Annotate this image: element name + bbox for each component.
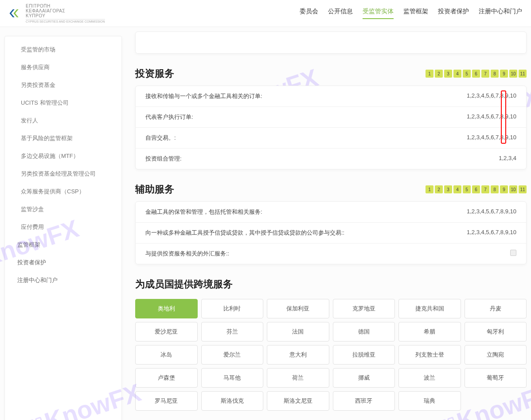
nav-item[interactable]: 委员会 <box>300 8 318 19</box>
sidebar-item[interactable]: 多边交易设施（MTF） <box>5 147 121 165</box>
country-button[interactable]: 挪威 <box>333 368 395 388</box>
country-button[interactable]: 芬兰 <box>201 322 264 341</box>
sidebar-item[interactable]: 众筹服务提供商（CSP） <box>5 183 121 200</box>
country-button[interactable]: 保加利亚 <box>267 299 329 318</box>
service-value: 1,2,3,4,5,6,7,8,9,10 <box>467 134 516 142</box>
page-header: ΕΠΙΤΡΟΠΗ ΚΕΦΑΛΑΙΑΓΟΡΑΣ ΚΥΠΡΟΥ CYPRUS SEC… <box>0 0 531 27</box>
number-badge: 11 <box>519 185 527 193</box>
number-badge: 1 <box>426 70 433 78</box>
highlight-box-column <box>501 90 506 144</box>
invest-services-title: 投资服务 <box>135 67 174 80</box>
country-button[interactable]: 爱尔兰 <box>201 345 264 365</box>
country-button[interactable]: 丹麦 <box>465 299 527 318</box>
number-badge: 10 <box>509 70 517 78</box>
number-badge: 2 <box>435 70 443 78</box>
sidebar: 受监管的市场服务供应商另类投资基金UCITS 和管理公司发行人基于风险的监管框架… <box>4 36 122 420</box>
service-row: 金融工具的保管和管理，包括托管和相关服务:1,2,3,4,5,6,7,8,9,1… <box>136 202 526 223</box>
country-button[interactable]: 卢森堡 <box>135 368 198 388</box>
nav-item[interactable]: 注册中心和门户 <box>479 8 522 19</box>
number-badge: 9 <box>500 185 508 193</box>
service-value: 1,2,3,4,5,6,7,8,9,10 <box>467 208 516 216</box>
number-badge: 7 <box>481 185 489 193</box>
country-button[interactable]: 列支敦士登 <box>398 345 461 365</box>
number-badge: 2 <box>435 185 443 193</box>
country-button[interactable]: 克罗地亚 <box>333 299 395 318</box>
aux-services-title: 辅助服务 <box>135 183 174 196</box>
invest-number-badges: 1234567891011 <box>426 70 527 78</box>
crossborder-title: 为成员国提供跨境服务 <box>135 278 527 291</box>
service-label: 投资组合管理: <box>145 155 499 163</box>
service-value: 1,2,3,4,5,6,7,8,9,10 <box>467 229 516 237</box>
country-button[interactable]: 奥地利 <box>135 299 198 318</box>
country-button[interactable]: 罗马尼亚 <box>135 391 198 411</box>
country-button[interactable]: 爱沙尼亚 <box>135 322 198 341</box>
country-button[interactable]: 瑞典 <box>398 391 461 411</box>
country-button[interactable]: 意大利 <box>267 345 329 365</box>
sidebar-item[interactable]: 发行人 <box>5 112 121 130</box>
country-button[interactable]: 德国 <box>333 322 395 341</box>
service-value: 1,2,3,4,5,6,7,8,9,10 <box>467 92 516 100</box>
logo-text-2: ΚΕΦΑΛΑΙΑΓΟΡΑΣ <box>26 8 105 13</box>
country-button[interactable]: 捷克共和国 <box>398 299 461 318</box>
sidebar-item[interactable]: 受监管的市场 <box>5 41 121 59</box>
country-button[interactable]: 法国 <box>267 322 329 341</box>
sidebar-item[interactable]: 另类投资基金 <box>5 76 121 94</box>
country-button[interactable]: 斯洛文尼亚 <box>267 391 329 411</box>
service-row: 与提供投资服务相关的外汇服务:: <box>136 243 526 264</box>
nav-item[interactable]: 公开信息 <box>328 8 353 19</box>
number-badge: 8 <box>491 185 499 193</box>
service-label: 金融工具的保管和管理，包括托管和相关服务: <box>145 208 467 216</box>
service-value: 1,2,3,4 <box>499 155 516 163</box>
sidebar-item[interactable]: UCITS 和管理公司 <box>5 94 121 112</box>
country-button[interactable]: 希腊 <box>398 322 461 341</box>
checkbox-icon <box>510 250 516 256</box>
main-content: 投资服务 1234567891011 接收和传输与一个或多个金融工具相关的订单:… <box>135 31 527 420</box>
sidebar-item[interactable]: 投资者保护 <box>5 254 121 271</box>
logo-icon <box>9 7 22 20</box>
sidebar-item[interactable]: 基于风险的监管框架 <box>5 130 121 147</box>
sidebar-item[interactable]: 服务供应商 <box>5 59 121 76</box>
country-button[interactable]: 比利时 <box>201 299 264 318</box>
number-badge: 6 <box>472 185 480 193</box>
country-button[interactable]: 冰岛 <box>135 345 198 365</box>
nav-item[interactable]: 投资者保护 <box>438 8 469 19</box>
sidebar-item[interactable]: 监管框架 <box>5 236 121 254</box>
number-badge: 3 <box>444 185 452 193</box>
country-button[interactable]: 波兰 <box>398 368 461 388</box>
invest-services-card: 接收和传输与一个或多个金融工具相关的订单:1,2,3,4,5,6,7,8,9,1… <box>135 86 527 169</box>
sidebar-item[interactable]: 应付费用 <box>5 218 121 236</box>
country-button[interactable]: 匈牙利 <box>465 322 527 341</box>
top-nav: 委员会公开信息受监管实体监管框架投资者保护注册中心和门户 <box>300 8 522 19</box>
logo[interactable]: ΕΠΙΤΡΟΠΗ ΚΕΦΑΛΑΙΑΓΟΡΑΣ ΚΥΠΡΟΥ CYPRUS SEC… <box>9 4 105 23</box>
country-button[interactable]: 西班牙 <box>333 391 395 411</box>
number-badge: 9 <box>500 70 508 78</box>
country-button[interactable]: 葡萄牙 <box>465 368 527 388</box>
service-label: 自营交易。: <box>145 134 467 142</box>
number-badge: 11 <box>519 70 527 78</box>
sidebar-item[interactable]: 注册中心和门户 <box>5 271 121 289</box>
service-label: 与提供投资服务相关的外汇服务:: <box>145 250 510 258</box>
number-badge: 3 <box>444 70 452 78</box>
service-row: 代表客户执行订单:1,2,3,4,5,6,7,8,9,10 <box>136 107 526 128</box>
nav-item[interactable]: 受监管实体 <box>363 8 394 19</box>
service-row: 自营交易。:1,2,3,4,5,6,7,8,9,10 <box>136 128 526 149</box>
country-button[interactable]: 立陶宛 <box>465 345 527 365</box>
country-button[interactable]: 拉脱维亚 <box>333 345 395 365</box>
country-button[interactable]: 斯洛伐克 <box>201 391 264 411</box>
country-button[interactable]: 马耳他 <box>201 368 264 388</box>
logo-text-3: ΚΥΠΡΟΥ <box>26 13 105 18</box>
number-badge: 7 <box>481 70 489 78</box>
service-value <box>510 250 516 258</box>
service-row: 向一种或多种金融工具授予信贷或贷款，其中授予信贷或贷款的公司参与交易::1,2,… <box>136 223 526 243</box>
nav-item[interactable]: 监管框架 <box>403 8 428 19</box>
country-button[interactable]: 荷兰 <box>267 368 329 388</box>
aux-number-badges: 1234567891011 <box>426 185 527 193</box>
sidebar-item[interactable]: 另类投资基金经理及管理公司 <box>5 165 121 183</box>
number-badge: 5 <box>463 185 471 193</box>
service-label: 向一种或多种金融工具授予信贷或贷款，其中授予信贷或贷款的公司参与交易:: <box>145 229 467 237</box>
service-row: 接收和传输与一个或多个金融工具相关的订单:1,2,3,4,5,6,7,8,9,1… <box>136 86 526 107</box>
number-badge: 5 <box>463 70 471 78</box>
logo-text-1: ΕΠΙΤΡΟΠΗ <box>26 4 105 8</box>
number-badge: 4 <box>453 70 461 78</box>
sidebar-item[interactable]: 监管沙盒 <box>5 200 121 218</box>
